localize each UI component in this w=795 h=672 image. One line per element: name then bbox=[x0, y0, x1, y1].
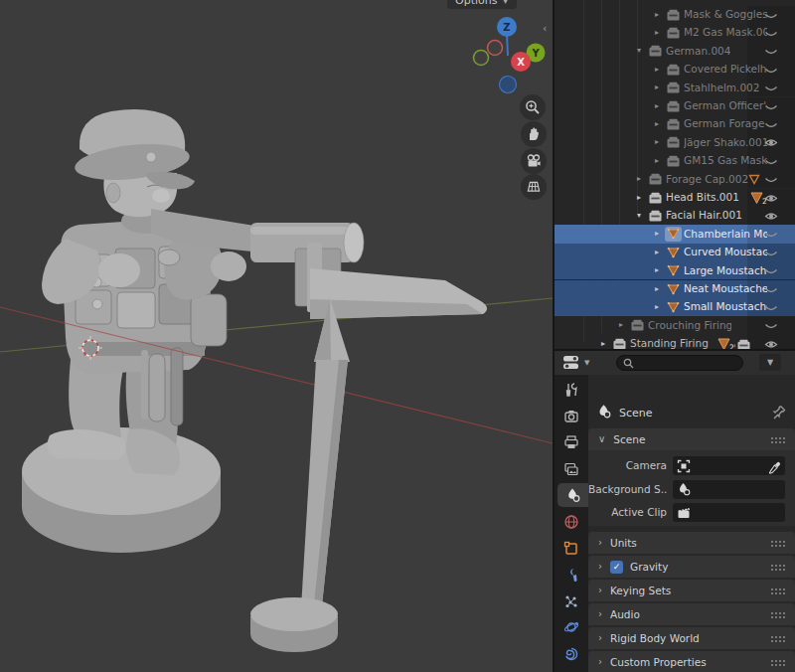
disclosure-triangle[interactable]: ▾ bbox=[634, 46, 644, 55]
search-input[interactable] bbox=[616, 355, 743, 371]
eye-closed-icon[interactable] bbox=[764, 48, 778, 57]
properties-tab-output[interactable] bbox=[555, 430, 588, 454]
outliner-row[interactable]: ▸ German Officer's I bbox=[555, 97, 795, 115]
eye-open-icon[interactable] bbox=[764, 339, 778, 349]
eye-closed-icon[interactable] bbox=[764, 12, 778, 21]
disclosure-triangle[interactable]: ▸ bbox=[652, 284, 662, 293]
eye-closed-icon[interactable] bbox=[764, 103, 778, 112]
disclosure-triangle[interactable]: ▸ bbox=[652, 137, 662, 146]
panel-drag-grip[interactable] bbox=[770, 588, 787, 594]
properties-tab-physics[interactable] bbox=[555, 615, 588, 639]
filter-dropdown-button[interactable]: ▼ bbox=[759, 354, 781, 371]
outliner-row[interactable]: ▸ German Forage C bbox=[555, 115, 795, 133]
active-clip-field[interactable] bbox=[673, 503, 785, 522]
camera-view-button[interactable] bbox=[521, 148, 547, 174]
panel-header-rigid-body-world[interactable]: › Rigid Body World bbox=[588, 627, 795, 649]
properties-tab-object[interactable] bbox=[555, 537, 588, 561]
disclosure-triangle[interactable]: ▸ bbox=[652, 65, 662, 74]
eye-closed-icon[interactable] bbox=[764, 67, 778, 76]
panel-header-units[interactable]: › Units bbox=[588, 532, 795, 554]
disclosure-triangle[interactable]: ▸ bbox=[652, 229, 662, 238]
properties-tab-constraints[interactable] bbox=[555, 642, 588, 666]
outliner-row[interactable]: ▸ Head Bits.001 2 bbox=[555, 189, 795, 207]
gizmo-axis-neg-z[interactable] bbox=[500, 77, 517, 93]
outliner-row[interactable]: ▸ Curved Moustach bbox=[555, 244, 795, 261]
outliner-row[interactable]: ▸ Standing Firing 25 bbox=[555, 335, 795, 349]
eye-closed-icon[interactable] bbox=[764, 286, 778, 295]
zoom-button[interactable] bbox=[520, 94, 546, 120]
outliner-row[interactable]: ▾ German.004 bbox=[555, 42, 795, 60]
panel-header-scene[interactable]: ∨ Scene bbox=[588, 428, 795, 450]
sidebar-toggle-arrow[interactable]: ‹ bbox=[543, 22, 547, 35]
editor-type-button[interactable]: ▼ bbox=[562, 354, 589, 371]
outliner-row[interactable]: ▸ Neat Moustache.( bbox=[555, 280, 795, 298]
properties-tab-modifiers[interactable] bbox=[555, 563, 588, 587]
disclosure-triangle[interactable]: ▸ bbox=[634, 193, 644, 202]
eye-closed-icon[interactable] bbox=[764, 158, 778, 167]
disclosure-triangle[interactable]: ▸ bbox=[652, 302, 662, 311]
projection-toggle-button[interactable] bbox=[521, 174, 547, 200]
panel-header-gravity[interactable]: › ✓ Gravity bbox=[588, 556, 795, 578]
eye-open-icon[interactable] bbox=[764, 193, 778, 204]
disclosure-triangle[interactable]: ▸ bbox=[652, 101, 662, 110]
disclosure-triangle[interactable]: ▸ bbox=[652, 156, 662, 165]
properties-tab-particles[interactable] bbox=[555, 589, 588, 613]
eye-closed-icon[interactable] bbox=[764, 231, 778, 240]
outliner-row[interactable]: ▸ Forage Cap.002 bbox=[555, 170, 795, 188]
pan-hand-button[interactable] bbox=[521, 121, 547, 147]
gizmo-axis-neg-x[interactable] bbox=[488, 41, 503, 56]
disclosure-triangle[interactable]: ▸ bbox=[652, 265, 662, 274]
panel-drag-grip[interactable] bbox=[770, 564, 787, 571]
outliner-row[interactable]: ▸ Jäger Shako.001 bbox=[555, 133, 795, 151]
outliner-row[interactable]: ▸ Chamberlain Mou bbox=[555, 225, 795, 243]
disclosure-triangle[interactable]: ▸ bbox=[652, 10, 662, 19]
panel-header-audio[interactable]: › Audio bbox=[588, 603, 795, 625]
panel-drag-grip[interactable] bbox=[770, 540, 787, 547]
gravity-checkbox[interactable]: ✓ bbox=[610, 561, 623, 574]
panel-drag-grip[interactable] bbox=[770, 635, 787, 642]
panel-drag-grip[interactable] bbox=[770, 659, 787, 666]
panel-drag-grip[interactable] bbox=[770, 436, 787, 443]
outliner-row[interactable]: ▸ Large Moustache. bbox=[555, 261, 795, 279]
options-dropdown[interactable]: Options ▼ bbox=[447, 0, 517, 9]
disclosure-triangle[interactable]: ▸ bbox=[652, 28, 662, 37]
eye-closed-icon[interactable] bbox=[764, 121, 778, 130]
3d-viewport[interactable]: Z Y X Options ▼ ‹ bbox=[0, 0, 553, 672]
properties-tab-scene[interactable] bbox=[557, 483, 588, 507]
outliner-row[interactable]: ▸ Crouching Firing Heads bbox=[555, 316, 795, 334]
disclosure-triangle[interactable]: ▸ bbox=[616, 320, 626, 329]
camera-field[interactable] bbox=[673, 456, 785, 475]
eye-closed-icon[interactable] bbox=[764, 267, 778, 276]
properties-tab-world[interactable] bbox=[555, 510, 588, 534]
eye-open-icon[interactable] bbox=[764, 137, 778, 148]
panel-header-custom-properties[interactable]: › Custom Properties bbox=[588, 651, 795, 672]
panel-drag-grip[interactable] bbox=[770, 611, 787, 618]
background-s--field[interactable] bbox=[673, 480, 785, 499]
outliner-row[interactable]: ▸ Small Moustache. bbox=[555, 298, 795, 316]
eye-closed-icon[interactable] bbox=[764, 30, 778, 39]
disclosure-triangle[interactable]: ▸ bbox=[652, 83, 662, 91]
disclosure-triangle[interactable]: ▸ bbox=[598, 339, 608, 348]
outliner-row[interactable]: ▸ GM15 Gas Mask.0 bbox=[555, 152, 795, 170]
properties-tab-view-layer[interactable] bbox=[555, 457, 588, 481]
disclosure-triangle[interactable]: ▾ bbox=[634, 211, 644, 220]
outliner-row[interactable]: ▸ M2 Gas Mask.002 bbox=[555, 24, 795, 42]
outliner-row[interactable]: ▾ Facial Hair.001 bbox=[555, 207, 795, 225]
outliner-row[interactable]: ▸ Covered Pickelhau bbox=[555, 61, 795, 79]
eye-closed-icon[interactable] bbox=[764, 322, 778, 331]
disclosure-triangle[interactable]: ▸ bbox=[652, 248, 662, 256]
eyedropper-icon[interactable] bbox=[768, 459, 781, 478]
outliner-panel[interactable]: ▸ Mask & Goggles.0 ▸ M2 Gas Mask.002 ▾ G… bbox=[555, 0, 795, 349]
eye-open-icon[interactable] bbox=[764, 211, 778, 222]
eye-closed-icon[interactable] bbox=[764, 250, 778, 258]
outliner-row[interactable]: ▸ Stahlhelm.002 bbox=[555, 79, 795, 96]
panel-header-keying-sets[interactable]: › Keying Sets bbox=[588, 580, 795, 601]
eye-closed-icon[interactable] bbox=[764, 176, 778, 185]
eye-closed-icon[interactable] bbox=[764, 304, 778, 313]
properties-tab-tool[interactable] bbox=[555, 378, 588, 402]
pin-icon[interactable] bbox=[771, 403, 788, 423]
outliner-row[interactable]: ▸ Mask & Goggles.0 bbox=[555, 6, 795, 24]
disclosure-triangle[interactable]: ▸ bbox=[652, 119, 662, 128]
gizmo-axis-neg-y[interactable] bbox=[474, 51, 489, 66]
properties-tab-render[interactable] bbox=[555, 405, 588, 428]
